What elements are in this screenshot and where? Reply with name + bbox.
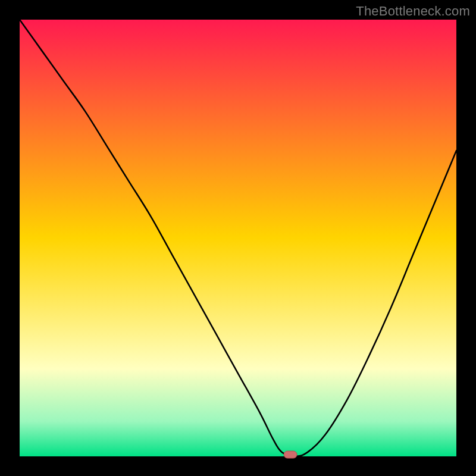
- plot-area: [20, 20, 456, 456]
- chart-container: { "watermark": "TheBottleneck.com", "col…: [0, 0, 476, 476]
- watermark-text: TheBottleneck.com: [356, 4, 470, 19]
- minimum-marker: [284, 451, 297, 458]
- chart-svg: [0, 0, 476, 476]
